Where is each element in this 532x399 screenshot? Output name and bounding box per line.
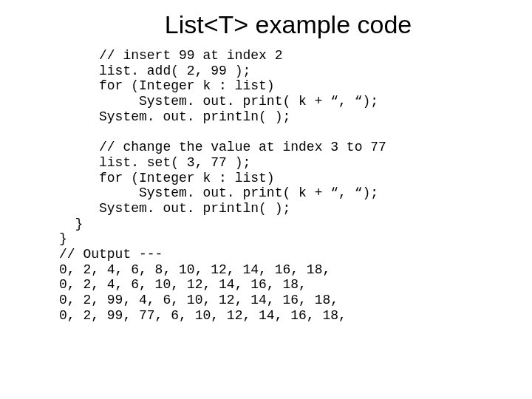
slide-title: List<T> example code (44, 0, 532, 44)
code-block: // insert 99 at index 2 list. add( 2, 99… (59, 48, 532, 323)
slide: List<T> example code // insert 99 at ind… (0, 0, 532, 399)
